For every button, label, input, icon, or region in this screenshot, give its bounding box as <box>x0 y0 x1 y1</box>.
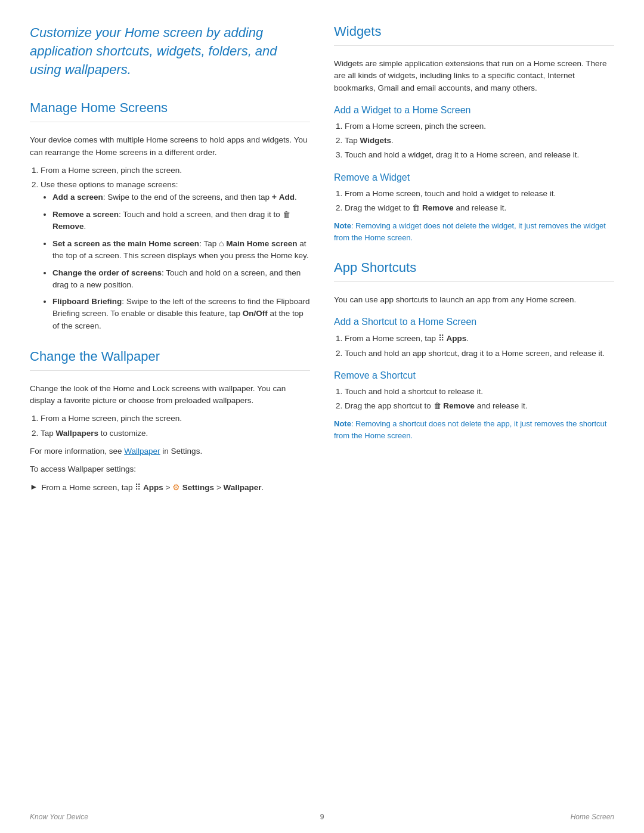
add-shortcut-step-1: From a Home screen, tap Apps. <box>345 332 614 345</box>
wallpaper-steps: From a Home screen, pinch the screen. Ta… <box>41 413 310 439</box>
trash-icon-1 <box>283 209 290 221</box>
wallpaper-body: Change the look of the Home and Lock scr… <box>30 383 310 407</box>
wallpaper-more-info: For more information, see Wallpaper in S… <box>30 445 310 457</box>
remove-widget-step-1: From a Home screen, touch and hold a wid… <box>345 188 614 200</box>
wallpaper-arrow-text: From a Home screen, tap Apps > Settings … <box>41 481 264 494</box>
manage-bullet-add: Add a screen: Swipe to the end of the sc… <box>52 191 310 203</box>
manage-step-2: Use these options to manage screens: Add… <box>41 179 310 332</box>
apps-icon-2 <box>438 332 444 345</box>
remove-widget-note: Note: Removing a widget does not delete … <box>334 220 614 243</box>
manage-body: Your device comes with multiple Home scr… <box>30 134 310 159</box>
page-footer: Know Your Device 9 Home Screen <box>0 813 644 821</box>
manage-steps-list: From a Home screen, pinch the screen. Us… <box>41 165 310 332</box>
remove-shortcut-steps: Touch and hold a shortcut to release it.… <box>345 386 614 413</box>
wallpaper-divider <box>30 370 310 371</box>
manage-bullet-order: Change the order of screens: Touch and h… <box>52 267 310 292</box>
widgets-divider <box>334 45 614 46</box>
shortcuts-body: You can use app shortcuts to launch an a… <box>334 294 614 306</box>
shortcuts-section-title: App Shortcuts <box>334 260 614 275</box>
trash-icon-2 <box>412 202 420 214</box>
wallpaper-access-title: To access Wallpaper settings: <box>30 463 310 475</box>
add-widget-title: Add a Widget to a Home Screen <box>334 105 614 116</box>
manage-section: Manage Home Screens Your device comes wi… <box>30 100 310 332</box>
wallpaper-section-title: Change the Wallpaper <box>30 349 310 364</box>
trash-icon-3 <box>434 400 441 412</box>
manage-divider <box>30 122 310 122</box>
manage-bullet-main: Set a screen as the main Home screen: Ta… <box>52 237 310 262</box>
remove-widget-step-2: Drag the widget to Remove and release it… <box>345 202 614 214</box>
add-widget-step-3: Touch and hold a widget, drag it to a Ho… <box>345 149 614 161</box>
remove-shortcut-step-2: Drag the app shortcut to Remove and rele… <box>345 400 614 412</box>
wallpaper-step-2: Tap Wallpapers to customize. <box>41 428 310 439</box>
widgets-section-title: Widgets <box>334 24 614 39</box>
settings-icon-1 <box>172 481 180 494</box>
manage-section-title: Manage Home Screens <box>30 100 310 116</box>
page-content: Customize your Home screen by adding app… <box>0 0 644 547</box>
add-widget-step-2: Tap Widgets. <box>345 135 614 147</box>
widgets-section: Widgets Widgets are simple application e… <box>334 24 614 243</box>
wallpaper-arrow-item: ► From a Home screen, tap Apps > Setting… <box>30 481 310 494</box>
add-shortcut-title: Add a Shortcut to a Home Screen <box>334 317 614 327</box>
shortcuts-divider <box>334 281 614 282</box>
add-widget-step-1: From a Home screen, pinch the screen. <box>345 120 614 132</box>
remove-shortcut-step-1: Touch and hold a shortcut to release it. <box>345 386 614 398</box>
footer-left: Know Your Device <box>30 813 88 821</box>
footer-center: 9 <box>320 813 324 821</box>
plus-icon <box>272 191 277 203</box>
arrow-symbol: ► <box>30 481 38 493</box>
add-widget-steps: From a Home screen, pinch the screen. Ta… <box>345 120 614 162</box>
manage-bullet-remove: Remove a screen: Touch and hold a screen… <box>52 209 310 233</box>
remove-shortcut-note: Note: Removing a shortcut does not delet… <box>334 418 614 441</box>
remove-widget-steps: From a Home screen, touch and hold a wid… <box>345 188 614 215</box>
add-shortcut-step-2: Touch and hold an app shortcut, drag it … <box>345 348 614 360</box>
apps-icon-1 <box>135 481 141 494</box>
footer-right: Home Screen <box>571 813 614 821</box>
shortcuts-section: App Shortcuts You can use app shortcuts … <box>334 260 614 441</box>
wallpaper-step-1: From a Home screen, pinch the screen. <box>41 413 310 425</box>
right-column: Widgets Widgets are simple application e… <box>334 24 614 511</box>
widgets-body: Widgets are simple application extension… <box>334 58 614 94</box>
remove-shortcut-title: Remove a Shortcut <box>334 370 614 381</box>
home-icon <box>219 237 224 250</box>
manage-step-1: From a Home screen, pinch the screen. <box>41 165 310 176</box>
wallpaper-section: Change the Wallpaper Change the look of … <box>30 349 310 494</box>
wallpaper-link[interactable]: Wallpaper <box>124 447 160 456</box>
intro-title: Customize your Home screen by adding app… <box>30 24 310 79</box>
manage-bullet-flipboard: Flipboard Briefing: Swipe to the left of… <box>52 296 310 332</box>
remove-widget-title: Remove a Widget <box>334 172 614 183</box>
add-shortcut-steps: From a Home screen, tap Apps. Touch and … <box>345 332 614 360</box>
manage-bullets: Add a screen: Swipe to the end of the sc… <box>52 191 310 332</box>
left-column: Customize your Home screen by adding app… <box>30 24 310 511</box>
